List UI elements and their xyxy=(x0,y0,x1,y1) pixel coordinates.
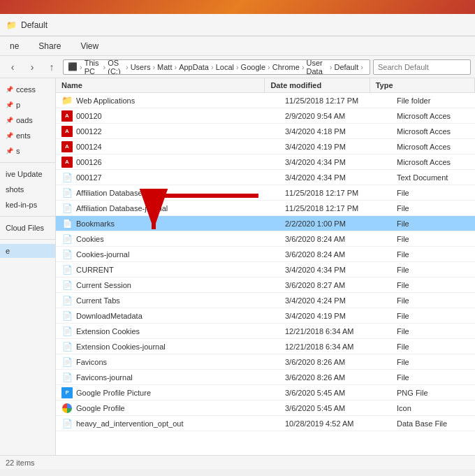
pin-icon: 📌 xyxy=(6,147,13,154)
file-name: Affiliation Database-journal xyxy=(76,204,168,212)
access-icon: A xyxy=(61,141,73,152)
table-row[interactable]: 📄 000127 3/4/2020 4:34 PM Text Document xyxy=(56,170,475,185)
menu-item-share[interactable]: Share xyxy=(34,40,65,52)
table-row[interactable]: 📁 Web Applications 11/25/2018 12:17 PM F… xyxy=(56,93,475,108)
sidebar-divider-3 xyxy=(0,239,55,240)
table-row[interactable]: A 000120 2/9/2020 9:54 AM Microsoft Acce… xyxy=(56,108,475,124)
pin-icon: 📌 xyxy=(6,101,13,108)
title-bar: 📁 Default xyxy=(0,14,475,36)
sidebar-divider-1 xyxy=(0,162,55,163)
file-name-cell: A 000124 xyxy=(56,141,279,152)
file-name: Bookmarks xyxy=(76,219,115,228)
file-type: Data Base File xyxy=(391,419,475,428)
menu-bar: ne Share View xyxy=(0,36,475,56)
search-input[interactable] xyxy=(373,59,471,75)
file-date: 3/6/2020 8:27 AM xyxy=(279,281,391,289)
file-area[interactable]: Name Date modified Type 📁 Web Applicatio… xyxy=(56,78,475,455)
table-row[interactable]: 📄 Extension Cookies-journal 12/21/2018 6… xyxy=(56,339,475,354)
sidebar-item-cloudfiles[interactable]: Cloud Files xyxy=(0,221,55,235)
file-type: PNG File xyxy=(391,389,475,397)
breadcrumb[interactable]: ⬛ › This PC › OS (C:) › Users › Matt › A… xyxy=(63,59,370,75)
file-list: 📁 Web Applications 11/25/2018 12:17 PM F… xyxy=(56,93,475,431)
table-row[interactable]: 📄 Extension Cookies 12/21/2018 6:34 AM F… xyxy=(56,324,475,339)
table-row[interactable]: Google Profile 3/6/2020 5:45 AM Icon xyxy=(56,401,475,416)
sidebar-item-e[interactable]: e xyxy=(0,244,55,258)
table-row[interactable]: 📄 heavy_ad_intervention_opt_out 10/28/20… xyxy=(56,416,475,431)
top-bar xyxy=(0,0,475,14)
status-bar: 22 items xyxy=(0,455,475,469)
table-row[interactable]: 📄 Current Session 3/6/2020 8:27 AM File xyxy=(56,277,475,293)
table-row[interactable]: 📄 CURRENT 3/4/2020 4:34 PM File xyxy=(56,262,475,277)
file-name: Google Profile Picture xyxy=(76,389,151,397)
breadcrumb-userdata: User Data xyxy=(307,59,328,75)
file-type: File xyxy=(391,219,475,228)
table-row[interactable]: 📄 Favicons-journal 3/6/2020 8:26 AM File xyxy=(56,370,475,385)
file-type: File folder xyxy=(391,96,475,105)
col-header-name[interactable]: Name xyxy=(56,78,265,92)
breadcrumb-thispc: This PC xyxy=(85,59,101,75)
file-type: File xyxy=(391,250,475,259)
file-icon: 📄 xyxy=(61,356,73,368)
breadcrumb-google: Google xyxy=(241,63,265,71)
menu-item-ne[interactable]: ne xyxy=(6,40,23,52)
sidebar-item-access[interactable]: 📌 ccess xyxy=(0,82,55,96)
table-row[interactable]: P Google Profile Picture 3/6/2020 5:45 A… xyxy=(56,385,475,401)
file-date: 3/6/2020 5:45 AM xyxy=(279,389,391,397)
table-row[interactable]: 📄 Affiliation Database-journal 11/25/201… xyxy=(56,201,475,216)
col-header-type[interactable]: Type xyxy=(370,78,475,92)
sidebar-item-kedin[interactable]: ked-in-ps xyxy=(0,198,55,212)
pin-icon: 📌 xyxy=(6,117,13,124)
table-row[interactable]: A 000122 3/4/2020 4:18 PM Microsoft Acce… xyxy=(56,124,475,139)
file-date: 3/4/2020 4:19 PM xyxy=(279,312,391,320)
file-date: 3/4/2020 4:34 PM xyxy=(279,266,391,274)
sidebar-item-shots[interactable]: shots xyxy=(0,182,55,196)
file-name-cell: Google Profile xyxy=(56,403,279,414)
file-type: File xyxy=(391,204,475,212)
table-row[interactable]: 📄 Current Tabs 3/4/2020 4:24 PM File xyxy=(56,293,475,308)
file-name: 000124 xyxy=(76,143,102,151)
sidebar-item-p[interactable]: 📌 p xyxy=(0,98,55,112)
sidebar-item-iveupdate[interactable]: ive Update xyxy=(0,167,55,181)
folder-icon: 📁 xyxy=(61,95,73,106)
up-button[interactable]: ↑ xyxy=(43,59,60,75)
file-type: File xyxy=(391,296,475,305)
file-name: Current Session xyxy=(76,281,131,289)
file-name-cell: 📄 Cookies-journal xyxy=(56,249,279,260)
table-row[interactable]: 📄 Bookmarks 2/2/2020 1:00 PM File xyxy=(56,216,475,231)
forward-button[interactable]: › xyxy=(24,59,41,75)
breadcrumb-default: Default xyxy=(334,63,358,71)
file-icon: 📄 xyxy=(61,233,73,245)
png-icon: P xyxy=(61,387,73,398)
file-date: 3/6/2020 8:26 AM xyxy=(279,373,391,382)
file-type: File xyxy=(391,281,475,289)
file-icon: 📄 xyxy=(61,341,73,352)
back-button[interactable]: ‹ xyxy=(4,59,21,75)
file-icon: 📄 xyxy=(61,295,73,306)
table-row[interactable]: 📄 Favicons 3/6/2020 8:26 AM File xyxy=(56,354,475,370)
file-name-cell: 📄 CURRENT xyxy=(56,264,279,275)
file-type: File xyxy=(391,235,475,243)
file-date: 11/25/2018 12:17 PM xyxy=(279,204,391,212)
file-name: Web Applications xyxy=(76,96,135,105)
file-date: 3/4/2020 4:24 PM xyxy=(279,296,391,305)
table-row[interactable]: 📄 DownloadMetadata 3/4/2020 4:19 PM File xyxy=(56,308,475,324)
file-name-cell: 📄 Favicons xyxy=(56,356,279,368)
table-row[interactable]: A 000126 3/4/2020 4:34 PM Microsoft Acce… xyxy=(56,154,475,170)
main-layout: 📌 ccess 📌 p 📌 oads 📌 ents 📌 s ive Update… xyxy=(0,78,475,455)
table-row[interactable]: A 000124 3/4/2020 4:19 PM Microsoft Acce… xyxy=(56,139,475,154)
file-name-cell: 📄 Extension Cookies-journal xyxy=(56,341,279,352)
table-row[interactable]: 📄 Cookies 3/6/2020 8:24 AM File xyxy=(56,231,475,247)
file-type: Icon xyxy=(391,404,475,412)
table-row[interactable]: 📄 Cookies-journal 3/6/2020 8:24 AM File xyxy=(56,247,475,262)
file-type: Microsoft Acces xyxy=(391,143,475,151)
menu-item-view[interactable]: View xyxy=(76,40,103,52)
sidebar-item-documents[interactable]: 📌 ents xyxy=(0,129,55,143)
table-row[interactable]: 📄 Affiliation Database 11/25/2018 12:17 … xyxy=(56,185,475,201)
sidebar-item-s[interactable]: 📌 s xyxy=(0,144,55,158)
file-name: CURRENT xyxy=(76,266,114,274)
col-header-date[interactable]: Date modified xyxy=(265,78,370,92)
file-name: Google Profile xyxy=(76,404,125,412)
sidebar-item-downloads[interactable]: 📌 oads xyxy=(0,113,55,127)
file-name-cell: A 000122 xyxy=(56,126,279,137)
file-name: heavy_ad_intervention_opt_out xyxy=(76,419,184,428)
